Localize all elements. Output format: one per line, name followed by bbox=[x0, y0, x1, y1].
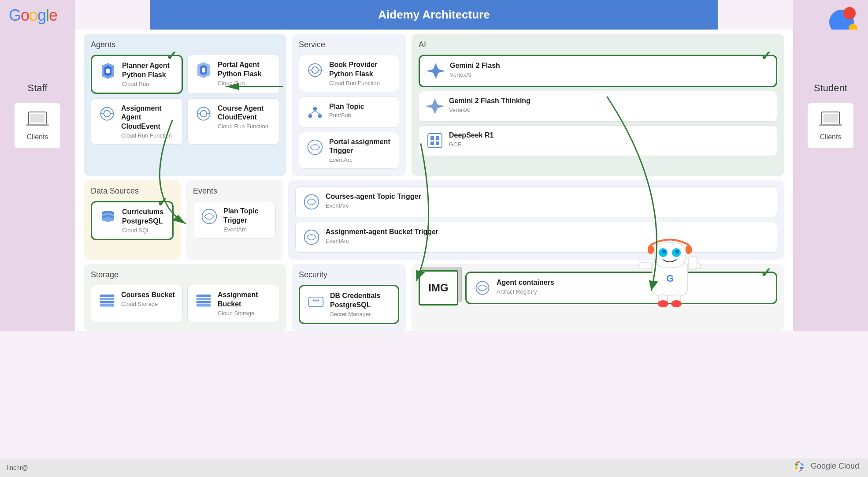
staff-label: Staff bbox=[28, 82, 48, 94]
svg-text:G: G bbox=[666, 273, 674, 284]
staff-clients: Clients bbox=[14, 103, 61, 149]
agents-section: Agents ✓ bbox=[84, 34, 286, 176]
plan-topic-icon bbox=[305, 102, 325, 122]
portal-trigger-icon bbox=[305, 138, 325, 157]
svg-point-63 bbox=[675, 250, 679, 253]
agents-label: Agents bbox=[91, 40, 279, 49]
assignment-agent-subtitle: Cloud Run Function bbox=[121, 132, 176, 139]
assignment-agent-card: Assignment Agent CloudEvent Cloud Run Fu… bbox=[91, 98, 183, 145]
svg-rect-50 bbox=[197, 298, 211, 300]
svg-rect-65 bbox=[686, 245, 692, 254]
ai-label: AI bbox=[419, 40, 777, 49]
plan-topic-trigger-card: Plan Topic Trigger EventArc bbox=[193, 201, 276, 238]
deepseek-icon bbox=[425, 131, 445, 150]
gemini-flash-title: Gemini 2 Flash bbox=[450, 61, 500, 71]
robot-illustration: G bbox=[634, 230, 705, 309]
svg-rect-76 bbox=[819, 124, 842, 126]
artifact-registry-card: ✓ Agent containers Artifact Registry bbox=[465, 272, 777, 304]
gemini-checkmark: ✓ bbox=[760, 48, 772, 63]
svg-line-28 bbox=[315, 111, 320, 114]
img-box-container: IMG bbox=[419, 270, 458, 306]
assignment-bucket-card: Assignment Bucket Cloud Storage bbox=[187, 285, 279, 322]
plan-topic-subtitle: Pub/Sub bbox=[329, 112, 364, 119]
svg-marker-11 bbox=[202, 67, 205, 73]
portal-trigger-title: Portal assignment Trigger bbox=[329, 138, 393, 156]
gemini-thinking-card: Gemini 2 Flash Thinking VertexAI bbox=[419, 91, 777, 122]
assignment-bucket-trigger-title: Assignment-agent Bucket Trigger bbox=[326, 227, 438, 237]
svg-rect-64 bbox=[648, 245, 654, 254]
courses-agent-trigger-title: Courses-agent Topic Trigger bbox=[326, 192, 421, 201]
svg-rect-46 bbox=[100, 298, 115, 300]
assignment-bucket-icon bbox=[194, 291, 213, 310]
portal-agent-icon bbox=[194, 60, 213, 80]
svg-rect-31 bbox=[430, 136, 434, 140]
assignment-bucket-title: Assignment Bucket bbox=[218, 291, 273, 309]
security-label: Security bbox=[299, 270, 399, 279]
book-provider-title: Book Provider Python Flask bbox=[329, 60, 393, 79]
planner-agent-subtitle: Cloud Run bbox=[122, 81, 175, 87]
bottom-bar: linchr@ Google Cloud bbox=[0, 458, 868, 477]
portal-agent-title: Portal Agent Python Flask bbox=[218, 60, 273, 79]
laptop-icon bbox=[25, 110, 50, 130]
datasources-section: Data Sources ✓ bbox=[84, 180, 181, 260]
book-provider-card: Book Provider Python Flask Cloud Run Fun… bbox=[299, 55, 399, 92]
svg-point-41 bbox=[102, 217, 114, 222]
svg-point-72 bbox=[658, 300, 668, 307]
img-label: IMG bbox=[419, 270, 458, 306]
svg-rect-49 bbox=[197, 294, 211, 297]
curriculums-title: Curriculums PostgreSQL bbox=[122, 208, 166, 226]
assignment-bucket-trigger-subtitle: EventArc bbox=[326, 238, 438, 244]
storage-label: Storage bbox=[91, 270, 279, 279]
service-label: Service bbox=[299, 40, 399, 49]
svg-point-21 bbox=[312, 67, 319, 74]
svg-rect-48 bbox=[100, 304, 115, 306]
db-credentials-title: DB Credentials PostgreSQL bbox=[330, 291, 392, 310]
portal-agent-subtitle: Cloud Run bbox=[218, 80, 273, 86]
gemini-flash-subtitle: VertexAI bbox=[450, 71, 500, 78]
storage-section: Storage bbox=[84, 264, 286, 331]
postgresql-icon bbox=[98, 208, 118, 227]
artifact-registry-title: Agent containers bbox=[497, 278, 554, 287]
security-section: Security *** DB Credentials PostgreSQL S… bbox=[292, 264, 406, 331]
courses-agent-trigger-icon bbox=[302, 192, 321, 212]
portal-agent-card: Portal Agent Python Flask Cloud Run bbox=[187, 55, 279, 94]
staff-clients-label: Clients bbox=[27, 133, 48, 141]
svg-point-26 bbox=[318, 114, 322, 118]
courses-bucket-icon bbox=[97, 291, 117, 310]
curriculums-card: ✓ bbox=[91, 201, 174, 240]
book-provider-icon bbox=[305, 60, 325, 80]
book-provider-subtitle: Cloud Run Function bbox=[329, 80, 393, 86]
student-laptop-icon bbox=[818, 110, 843, 130]
db-credentials-card: *** DB Credentials PostgreSQL Secret Man… bbox=[299, 285, 399, 324]
student-clients-label: Clients bbox=[820, 133, 842, 141]
courses-agent-trigger-card: Courses-agent Topic Trigger EventArc bbox=[295, 186, 777, 217]
bottom-user: linchr@ bbox=[7, 464, 28, 471]
assignment-bucket-subtitle: Cloud Storage bbox=[218, 310, 273, 317]
course-agent-subtitle: Cloud Run Function bbox=[218, 123, 273, 130]
events-section: Events Plan Topic Trigger EventArc bbox=[186, 180, 283, 260]
svg-rect-45 bbox=[100, 294, 115, 297]
svg-point-17 bbox=[200, 110, 207, 117]
svg-point-24 bbox=[313, 107, 317, 111]
gc-icon bbox=[791, 459, 807, 473]
svg-rect-4 bbox=[30, 114, 45, 123]
curriculums-subtitle: Cloud SQL bbox=[122, 227, 166, 234]
svg-rect-32 bbox=[436, 136, 439, 140]
artifact-registry-icon bbox=[473, 278, 492, 298]
svg-marker-8 bbox=[106, 68, 110, 74]
planner-agent-icon bbox=[98, 61, 118, 81]
registry-section: IMG ✓ Agent contain bbox=[412, 264, 784, 331]
courses-agent-trigger-subtitle: EventArc bbox=[326, 202, 421, 209]
gemini-thinking-icon bbox=[425, 97, 445, 116]
plan-topic-card: Plan Topic Pub/Sub bbox=[299, 97, 399, 127]
svg-line-27 bbox=[310, 111, 315, 114]
svg-rect-52 bbox=[197, 304, 211, 306]
db-credentials-icon: *** bbox=[306, 291, 326, 311]
curriculum-checkmark: ✓ bbox=[157, 194, 168, 210]
svg-point-25 bbox=[308, 114, 312, 118]
planner-agent-title: Planner Agent Python Flask bbox=[122, 61, 175, 80]
courses-bucket-subtitle: Cloud Storage bbox=[121, 301, 175, 307]
db-credentials-subtitle: Secret Manager bbox=[330, 311, 392, 317]
gemini-flash-icon bbox=[426, 61, 445, 81]
plan-topic-trigger-subtitle: EventArc bbox=[223, 226, 269, 233]
